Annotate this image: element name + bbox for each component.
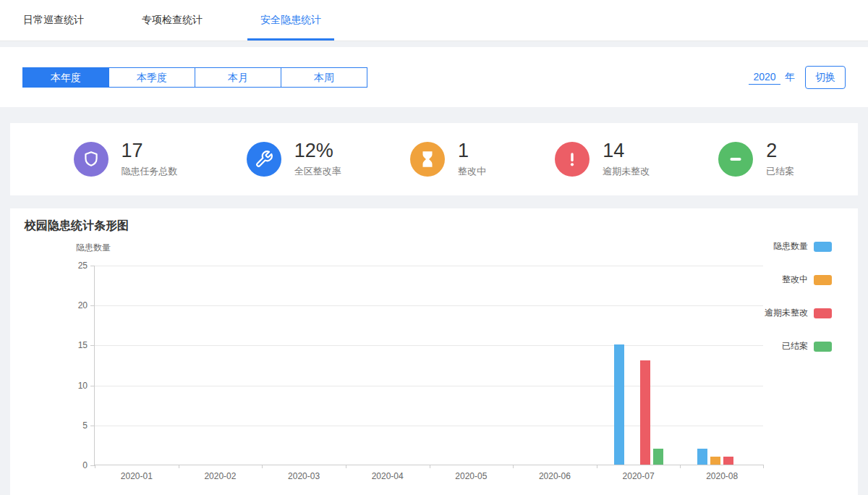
y-tick-mark — [90, 426, 95, 426]
x-tick-label: 2020-06 — [539, 471, 571, 481]
year-unit-label: 年 — [785, 71, 795, 84]
gridline — [95, 345, 763, 346]
stat-in-rectification: 1 整改中 — [410, 140, 486, 178]
tab-special-inspection[interactable]: 专项检查统计 — [133, 0, 211, 41]
y-tick-mark — [90, 345, 95, 346]
plot-area: 05101520252020-012020-022020-032020-0420… — [94, 266, 763, 465]
x-tick-mark — [346, 465, 346, 468]
x-tick-mark — [430, 465, 430, 468]
period-button-month[interactable]: 本月 — [195, 67, 281, 88]
x-tick-label: 2020-03 — [288, 471, 320, 481]
wrench-icon — [247, 142, 281, 177]
y-tick-label: 10 — [78, 381, 88, 391]
period-button-group: 本年度 本季度 本月 本周 — [22, 67, 367, 88]
y-tick-label: 20 — [78, 300, 88, 310]
x-tick-label: 2020-05 — [455, 471, 487, 481]
legend-label: 逾期未整改 — [765, 307, 808, 319]
y-tick-label: 5 — [82, 420, 88, 431]
legend-label: 已结案 — [782, 340, 808, 352]
x-tick-mark — [763, 465, 764, 468]
stat-label: 已结案 — [766, 165, 794, 178]
bar-隐患数量-2020-07 — [614, 344, 624, 465]
period-button-quarter[interactable]: 本季度 — [109, 67, 195, 88]
bar-已结案-2020-07 — [653, 449, 663, 465]
chart-legend: 隐患数量整改中逾期未整改已结案 — [765, 240, 832, 352]
legend-item[interactable]: 已结案 — [782, 340, 832, 352]
x-tick-label: 2020-04 — [372, 471, 404, 481]
legend-item[interactable]: 隐患数量 — [773, 240, 832, 253]
bar-逾期未整改-2020-07 — [640, 360, 650, 465]
stat-total-tasks: 17 隐患任务总数 — [74, 140, 178, 178]
stat-label: 逾期未整改 — [603, 165, 650, 178]
year-input[interactable] — [749, 69, 780, 85]
y-tick-label: 0 — [82, 460, 88, 470]
x-tick-mark — [95, 465, 95, 468]
stat-closed: 2 已结案 — [718, 140, 794, 178]
legend-swatch — [814, 275, 832, 285]
x-tick-mark — [262, 465, 263, 468]
legend-swatch — [814, 342, 832, 352]
x-tick-label: 2020-02 — [204, 471, 236, 481]
hazard-bar-chart-card: 校园隐患统计条形图 隐患数量 05101520252020-012020-022… — [10, 208, 858, 495]
stats-summary-card: 17 隐患任务总数 12% 全区整改率 1 整改中 14 逾期未整改 — [10, 123, 858, 195]
gridline — [95, 266, 763, 266]
y-tick-mark — [90, 305, 95, 306]
stat-label: 隐患任务总数 — [122, 165, 178, 178]
x-tick-mark — [680, 465, 681, 468]
minus-icon — [718, 142, 753, 177]
y-tick-label: 15 — [78, 340, 88, 350]
period-button-week[interactable]: 本周 — [281, 67, 367, 88]
legend-swatch — [814, 308, 832, 318]
y-tick-mark — [90, 266, 95, 266]
tab-safety-hazard[interactable]: 安全隐患统计 — [252, 0, 330, 41]
stat-rectification-rate: 12% 全区整改率 — [247, 140, 341, 178]
legend-label: 整改中 — [782, 274, 808, 286]
x-tick-label: 2020-07 — [623, 471, 655, 481]
period-button-year[interactable]: 本年度 — [22, 67, 109, 88]
chart-title: 校园隐患统计条形图 — [25, 219, 129, 234]
y-tick-label: 25 — [78, 261, 88, 271]
x-tick-label: 2020-08 — [706, 471, 738, 481]
x-tick-mark — [597, 465, 597, 468]
y-axis-name: 隐患数量 — [76, 242, 111, 254]
stat-label: 全区整改率 — [294, 165, 341, 178]
filter-bar: 本年度 本季度 本月 本周 年 切换 — [0, 47, 868, 107]
x-tick-mark — [179, 465, 179, 468]
shield-icon — [74, 142, 109, 177]
legend-item[interactable]: 整改中 — [782, 274, 832, 286]
gridline — [95, 386, 763, 386]
x-tick-mark — [513, 465, 514, 468]
legend-item[interactable]: 逾期未整改 — [765, 307, 832, 319]
tab-daily-inspection[interactable]: 日常巡查统计 — [14, 0, 93, 41]
stat-value: 12% — [294, 140, 341, 162]
legend-label: 隐患数量 — [773, 240, 808, 253]
hourglass-icon — [410, 142, 445, 177]
stat-value: 1 — [458, 140, 486, 162]
exclamation-icon — [555, 142, 590, 177]
stat-label: 整改中 — [458, 165, 486, 178]
bar-隐患数量-2020-08 — [697, 449, 707, 465]
bar-整改中-2020-08 — [710, 457, 720, 465]
switch-year-button[interactable]: 切换 — [805, 66, 846, 89]
stat-overdue: 14 逾期未整改 — [555, 140, 650, 178]
bar-逾期未整改-2020-08 — [723, 457, 733, 465]
x-tick-label: 2020-01 — [121, 471, 153, 481]
stat-value: 14 — [603, 140, 650, 162]
year-selector: 年 切换 — [749, 66, 846, 89]
stat-value: 17 — [122, 140, 178, 162]
gridline — [95, 426, 763, 426]
gridline — [95, 305, 763, 306]
tab-bar: 日常巡查统计 专项检查统计 安全隐患统计 — [0, 0, 868, 41]
y-tick-mark — [90, 386, 95, 386]
stat-value: 2 — [766, 140, 794, 162]
legend-swatch — [814, 242, 832, 252]
